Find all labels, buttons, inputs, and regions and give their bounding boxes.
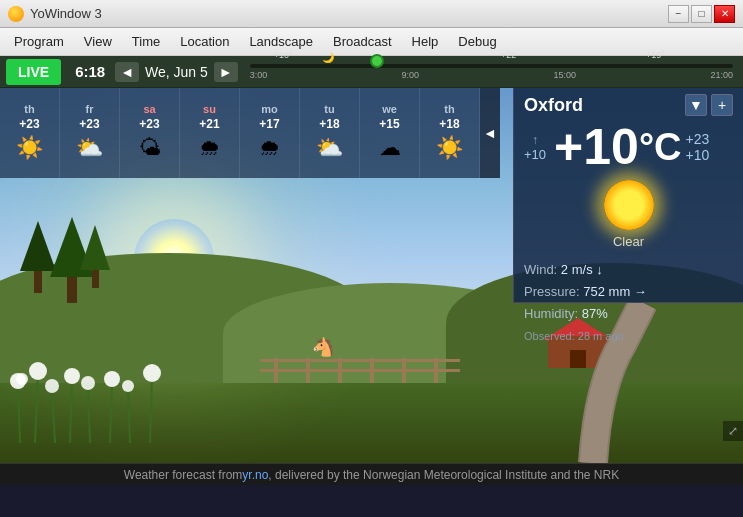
temp-label-2: +19° [646,50,665,60]
day-icon-4: 🌧 [259,135,281,161]
next-time-button[interactable]: ► [214,62,238,82]
svg-line-2 [52,388,55,443]
live-button[interactable]: LIVE [6,59,61,85]
temp-label-1: +22° [501,50,520,60]
svg-point-15 [122,380,134,392]
svg-point-12 [64,368,80,384]
humidity-label: Humidity: [524,306,578,321]
date-display: We, Jun 5 [145,64,208,80]
menu-broadcast[interactable]: Broadcast [323,30,402,53]
forecast-day-1: fr +23 ⛅ [60,88,120,178]
wind-value: 2 m/s ↓ [561,262,603,277]
menu-view[interactable]: View [74,30,122,53]
temp-icon-area: ↑ +10 [524,133,546,162]
svg-line-7 [150,375,152,443]
temperature-row: ↑ +10 +10 °C +23 +10 [524,122,733,172]
wind-row: Wind: 2 m/s ↓ [524,259,733,281]
timeline-time-0: 3:00 [250,70,268,80]
panel-header: Oxford ▼ + [524,94,733,116]
close-button[interactable]: ✕ [714,5,735,23]
fence-rail-bottom [260,369,460,372]
svg-point-14 [104,371,120,387]
svg-point-11 [45,379,59,393]
day-icon-7: ☀️ [436,135,463,161]
menu-time[interactable]: Time [122,30,170,53]
svg-point-13 [81,376,95,390]
bottom-text-before: Weather forecast from [124,468,243,482]
main-temperature: +10 [554,122,639,172]
timeline[interactable]: 🌙 +10° +22° +19° 3:00 9:00 15:00 21:00 [250,56,733,88]
toolbar: LIVE 6:18 ◄ We, Jun 5 ► 🌙 +10° +22° +19°… [0,56,743,88]
forecast-day-7: th +18 ☀️ [420,88,480,178]
forecast-day-4: mo +17 🌧 [240,88,300,178]
bottom-bar: Weather forecast from yr.no , delivered … [0,463,743,485]
day-temp-3: +21 [199,117,219,131]
weather-details: Wind: 2 m/s ↓ Pressure: 752 mm → Humidit… [524,259,733,346]
titlebar-left: YoWindow 3 [8,6,102,22]
app-icon [8,6,24,22]
forecast-day-0: th +23 ☀️ [0,88,60,178]
menubar: Program View Time Location Landscape Bro… [0,28,743,56]
day-temp-4: +17 [259,117,279,131]
forecast-nav-button[interactable]: ◄ [480,88,500,178]
temp-low: +10 [686,147,710,163]
svg-line-0 [18,383,20,443]
temp-prefix: +10 [524,147,546,162]
condition-icon [604,180,654,230]
expand-button[interactable]: ⤢ [723,421,743,441]
dropdown-button[interactable]: ▼ [685,94,707,116]
day-icon-6: ☁ [379,135,401,161]
weather-panel: Oxford ▼ + ↑ +10 +10 °C +23 +10 Clear [513,88,743,303]
day-name-5: tu [324,103,334,115]
day-temp-5: +18 [319,117,339,131]
forecast-day-6: we +15 ☁ [360,88,420,178]
maximize-button[interactable]: □ [691,5,712,23]
window-controls: − □ ✕ [668,5,735,23]
day-temp-1: +23 [79,117,99,131]
temp-label-0: +10° [274,50,293,60]
menu-program[interactable]: Program [4,30,74,53]
pressure-row: Pressure: 752 mm → [524,281,733,303]
panel-controls: ▼ + [685,94,733,116]
menu-location[interactable]: Location [170,30,239,53]
day-icon-0: ☀️ [16,135,43,161]
observed-row: Observed: 28 m ago [524,327,733,346]
day-name-0: th [24,103,34,115]
observed-value: 28 m ago [578,330,624,342]
fence-rail-top [260,359,460,362]
menu-debug[interactable]: Debug [448,30,506,53]
tree-left2 [80,225,110,288]
svg-point-16 [143,364,161,382]
svg-line-4 [88,385,90,443]
prev-time-button[interactable]: ◄ [115,62,139,82]
svg-line-1 [35,373,38,443]
day-icon-1: ⛅ [76,135,103,161]
pressure-label: Pressure: [524,284,580,299]
fence [260,353,460,383]
temp-range: +23 +10 [686,131,710,163]
svg-line-6 [128,388,130,443]
wildflowers-left [0,343,200,443]
temp-arrow-icon: ↑ [532,133,538,147]
yr-no-link[interactable]: yr.no [242,468,268,482]
temp-high: +23 [686,131,710,147]
location-name: Oxford [524,95,583,116]
forecast-day-2: sa +23 🌤 [120,88,180,178]
window-title: YoWindow 3 [30,6,102,21]
forecast-strip: th +23 ☀️ fr +23 ⛅ sa +23 🌤 su +21 🌧 mo … [0,88,500,178]
menu-help[interactable]: Help [402,30,449,53]
forecast-day-5: tu +18 ⛅ [300,88,360,178]
humidity-row: Humidity: 87% [524,303,733,325]
day-temp-2: +23 [139,117,159,131]
day-name-1: fr [86,103,94,115]
horse: 🐴 [312,336,334,358]
timeline-time-1: 9:00 [402,70,420,80]
minimize-button[interactable]: − [668,5,689,23]
day-temp-7: +18 [439,117,459,131]
timeline-marker [370,54,384,68]
pressure-value: 752 mm → [583,284,647,299]
timeline-bar [250,64,733,68]
add-location-button[interactable]: + [711,94,733,116]
temp-unit: °C [639,126,682,169]
timeline-label-0: 🌙 [322,52,334,63]
